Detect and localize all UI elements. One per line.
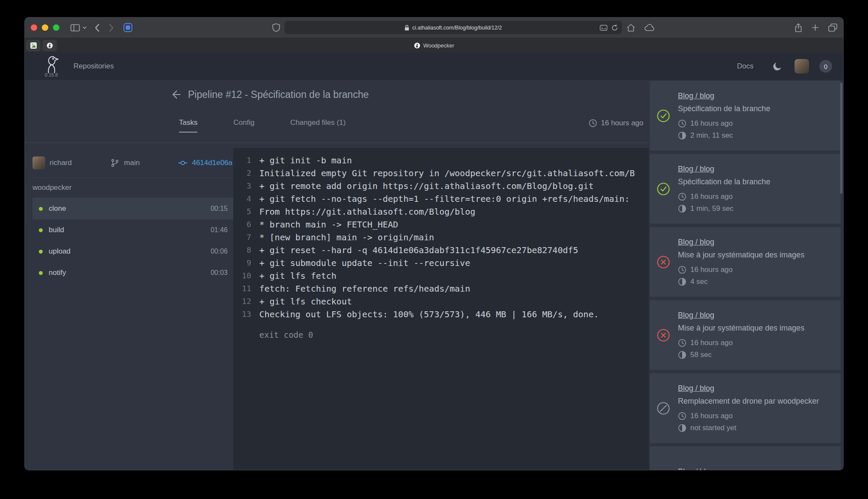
repo-link[interactable]: Blog / blog <box>678 238 714 247</box>
pipeline-card[interactable]: Blog / blog Spécification de la branche … <box>650 81 841 151</box>
sidebar-toggle-icon[interactable] <box>70 24 80 32</box>
home-icon[interactable] <box>626 24 636 32</box>
step-duration: 00:03 <box>211 269 228 277</box>
git-commit-icon <box>178 158 188 168</box>
line-number: 5 <box>239 205 251 218</box>
back-button[interactable] <box>94 24 100 32</box>
nav-repositories[interactable]: Repositories <box>73 62 114 71</box>
tab-overview-icon[interactable] <box>828 24 837 32</box>
pinned-tab-1[interactable] <box>26 40 41 51</box>
tab-config[interactable]: Config <box>233 118 254 132</box>
line-text: + git remote add origin https://git.atha… <box>259 180 594 192</box>
chevron-down-icon[interactable] <box>82 26 87 29</box>
line-number: 12 <box>239 295 251 308</box>
woodpecker-logo[interactable]: 0.15.8 <box>39 55 63 77</box>
pipeline-time-text: 16 hours ago <box>601 119 643 127</box>
line-text: + git submodule update --init --recursiv… <box>259 257 470 269</box>
line-number: 7 <box>239 231 251 244</box>
browser-window: ci.athaliasoft.com/Blog/blog/build/12/2 <box>24 17 844 470</box>
address-bar[interactable]: ci.athaliasoft.com/Blog/blog/build/12/2 <box>284 21 622 34</box>
repo-link[interactable]: Blog / blog <box>678 165 714 174</box>
tab-bar: Woodpecker <box>25 38 843 53</box>
author-name: richard <box>50 159 72 167</box>
step-name: clone <box>49 204 66 213</box>
back-arrow-icon[interactable] <box>170 89 182 100</box>
commit-hash-link[interactable]: 4614d1e06a <box>192 159 232 167</box>
active-tab[interactable]: Woodpecker <box>414 42 455 49</box>
line-number: 8 <box>239 244 251 257</box>
console-line: 2Initialized empty Git repository in /wo… <box>239 167 649 180</box>
workflow-group-label: woodpecker <box>32 178 233 198</box>
steps-panel: richard main <box>25 148 233 470</box>
step-name: build <box>49 226 64 234</box>
line-number: 3 <box>239 180 251 192</box>
new-tab-icon[interactable] <box>812 24 819 31</box>
line-number: 6 <box>239 218 251 231</box>
pipeline-message: Remplacement de drone par woodpecker <box>678 397 819 406</box>
forward-button[interactable] <box>109 24 114 32</box>
step-notify[interactable]: notify 00:03 <box>32 262 233 283</box>
user-avatar[interactable] <box>795 59 809 74</box>
pipeline-time-text: 16 hours ago <box>690 339 733 347</box>
pipeline-body: richard main <box>25 148 649 470</box>
zoom-window-button[interactable] <box>53 24 59 31</box>
console-line: 10+ git lfs fetch <box>239 269 649 282</box>
pipeline-duration-text: 58 sec <box>690 351 712 359</box>
status-skipped-icon <box>657 402 670 415</box>
step-status-dot <box>39 207 43 211</box>
step-status-dot <box>39 250 43 254</box>
lock-icon <box>405 25 409 31</box>
pipeline-message: Mise à jour systématique des images <box>678 251 804 260</box>
line-number: 10 <box>239 269 251 282</box>
share-icon[interactable] <box>795 23 802 32</box>
icloud-tabs-icon[interactable] <box>644 24 655 31</box>
line-text: + git init -b main <box>259 154 352 167</box>
sidebar-scrollbar[interactable] <box>840 83 842 194</box>
clock-icon <box>678 119 686 128</box>
duration-icon <box>678 131 686 140</box>
extension-icon[interactable] <box>123 23 132 32</box>
status-failure-icon <box>657 328 670 342</box>
pipeline-card[interactable]: Blog / blog Mise à jour systématique des… <box>650 227 841 297</box>
step-clone[interactable]: clone 00:15 <box>32 198 233 219</box>
repo-link[interactable]: Blog / blog <box>678 384 714 393</box>
line-text: Checking out LFS objects: 100% (573/573)… <box>259 308 599 321</box>
privacy-shield-icon[interactable] <box>272 23 280 32</box>
step-build[interactable]: build 01:46 <box>32 219 233 241</box>
docs-link[interactable]: Docs <box>737 62 754 71</box>
commit[interactable]: 4614d1e06a <box>178 158 232 168</box>
console-line: 4+ git fetch --no-tags --depth=1 --filte… <box>239 192 649 205</box>
pipeline-message: Spécification de la branche <box>678 104 770 113</box>
repo-link[interactable]: Blog / blog <box>678 92 714 100</box>
page-title: Pipeline #12 - Spécification de la branc… <box>188 89 369 100</box>
tab-title: Woodpecker <box>423 42 455 49</box>
console-line: 8+ git reset --hard -q 4614d1e06a3dabf31… <box>239 244 649 257</box>
clock-icon <box>678 266 686 274</box>
pipeline-card[interactable]: Blog / blog Mise à jour systématique des… <box>650 300 841 370</box>
tab-tasks[interactable]: Tasks <box>179 118 197 133</box>
pipeline-card[interactable]: Blog / blog Remplacement de drone par wo… <box>650 446 841 470</box>
pipeline-duration-text: 2 min, 11 sec <box>690 131 733 140</box>
notification-badge[interactable]: 0 <box>819 60 832 73</box>
console-line: 1+ git init -b main <box>239 154 649 167</box>
dark-mode-toggle-moon-icon[interactable] <box>772 61 783 71</box>
pipeline-card[interactable]: Blog / blog Remplacement de drone par wo… <box>650 373 841 443</box>
card-body: Blog / blog Remplacement de drone par wo… <box>678 384 819 432</box>
reload-icon[interactable] <box>611 24 618 31</box>
close-window-button[interactable] <box>31 24 37 31</box>
git-branch-icon <box>110 158 120 168</box>
pipeline-duration-text: not started yet <box>690 424 736 432</box>
repo-link[interactable]: Blog / blog <box>678 311 714 320</box>
repo-link[interactable]: Blog / blog <box>678 467 714 470</box>
step-upload[interactable]: upload 00:06 <box>32 241 233 262</box>
duration-icon <box>678 278 686 286</box>
pipeline-card[interactable]: Blog / blog Spécification de la branche … <box>650 154 841 224</box>
status-success-icon <box>657 182 670 196</box>
app-header: 0.15.8 Repositories Docs 0 <box>25 53 843 80</box>
website-preferences-icon[interactable] <box>600 25 607 31</box>
pinned-tab-2[interactable] <box>42 40 57 51</box>
card-body: Blog / blog Mise à jour systématique des… <box>678 238 804 286</box>
line-number: 1 <box>239 154 251 167</box>
minimize-window-button[interactable] <box>42 24 48 31</box>
tab-changed-files[interactable]: Changed files (1) <box>290 118 346 132</box>
